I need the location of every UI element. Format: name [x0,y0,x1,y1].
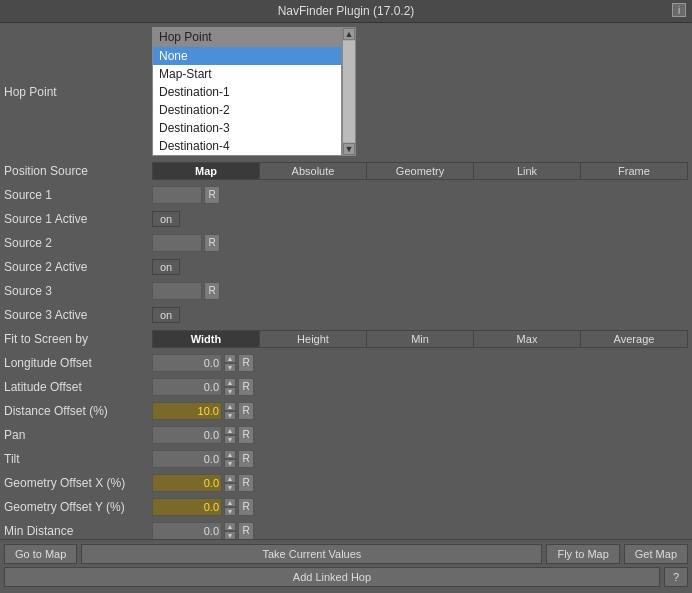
source2-label: Source 2 [4,236,152,250]
pan-r-btn[interactable]: R [238,426,254,444]
longitude-offset-label: Longitude Offset [4,356,152,370]
hop-point-dropdown[interactable]: Hop Point None Map-Start Destination-1 D… [152,27,356,156]
tab-average[interactable]: Average [580,330,688,348]
tab-min[interactable]: Min [366,330,473,348]
list-item[interactable]: Map-Start [153,65,341,83]
geometry-y-container: ▲ ▼ R [152,498,254,516]
latitude-r-btn[interactable]: R [238,378,254,396]
min-distance-r-btn[interactable]: R [238,522,254,540]
fit-to-screen-tabs[interactable]: Width Height Min Max Average [152,330,688,348]
distance-r-btn[interactable]: R [238,402,254,420]
source2-input-row: R [152,234,220,252]
bottom-bar: Go to Map Take Current Values Fly to Map… [0,539,692,593]
geometry-x-r-btn[interactable]: R [238,474,254,492]
list-item[interactable]: Destination-1 [153,83,341,101]
longitude-r-btn[interactable]: R [238,354,254,372]
add-linked-hop-button[interactable]: Add Linked Hop [4,567,660,587]
source2-active-label: Source 2 Active [4,260,152,274]
source3-label: Source 3 [4,284,152,298]
pan-spin-down[interactable]: ▼ [224,435,236,444]
min-distance-label: Min Distance [4,524,152,538]
geometry-y-r-btn[interactable]: R [238,498,254,516]
latitude-offset-input[interactable] [152,378,222,396]
take-current-button[interactable]: Take Current Values [81,544,542,564]
list-item[interactable]: None [153,47,341,65]
source3-field[interactable] [152,282,202,300]
tilt-spin-up[interactable]: ▲ [224,450,236,459]
dropdown-items[interactable]: None Map-Start Destination-1 Destination… [153,46,341,155]
tilt-container: ▲ ▼ R [152,450,254,468]
tab-map[interactable]: Map [152,162,259,180]
scroll-thumb[interactable] [343,41,355,142]
tab-geometry[interactable]: Geometry [366,162,473,180]
geometry-x-container: ▲ ▼ R [152,474,254,492]
min-distance-input[interactable] [152,522,222,540]
geometry-x-spin-up[interactable]: ▲ [224,474,236,483]
fit-to-screen-label: Fit to Screen by [4,332,152,346]
tab-absolute[interactable]: Absolute [259,162,366,180]
longitude-spinner[interactable]: ▲ ▼ [224,354,236,372]
tab-height[interactable]: Height [259,330,366,348]
geometry-y-spinner[interactable]: ▲ ▼ [224,498,236,516]
position-source-tabs[interactable]: Map Absolute Geometry Link Frame [152,162,688,180]
source3-r-btn[interactable]: R [204,282,220,300]
latitude-spinner[interactable]: ▲ ▼ [224,378,236,396]
pan-input[interactable] [152,426,222,444]
source3-input-row: R [152,282,220,300]
longitude-offset-input[interactable] [152,354,222,372]
tab-frame[interactable]: Frame [580,162,688,180]
source1-r-btn[interactable]: R [204,186,220,204]
get-map-button[interactable]: Get Map [624,544,688,564]
pan-spinner[interactable]: ▲ ▼ [224,426,236,444]
tilt-label: Tilt [4,452,152,466]
source1-field[interactable] [152,186,202,204]
source1-active-toggle[interactable]: on [152,211,180,227]
go-to-map-button[interactable]: Go to Map [4,544,77,564]
geometry-x-spin-down[interactable]: ▼ [224,483,236,492]
tilt-spinner[interactable]: ▲ ▼ [224,450,236,468]
bottom-row2: Add Linked Hop ? [4,567,688,587]
geometry-x-label: Geometry Offset X (%) [4,476,152,490]
help-button[interactable]: ? [664,567,688,587]
distance-offset-label: Distance Offset (%) [4,404,152,418]
list-item[interactable]: Destination-3 [153,119,341,137]
info-icon[interactable]: i [672,3,686,17]
geometry-y-spin-up[interactable]: ▲ [224,498,236,507]
distance-spin-up[interactable]: ▲ [224,402,236,411]
distance-spin-down[interactable]: ▼ [224,411,236,420]
latitude-spin-down[interactable]: ▼ [224,387,236,396]
list-item[interactable]: Destination-4 [153,137,341,155]
distance-spinner[interactable]: ▲ ▼ [224,402,236,420]
scroll-down-btn[interactable]: ▼ [343,143,355,155]
longitude-spin-down[interactable]: ▼ [224,363,236,372]
fly-to-map-button[interactable]: Fly to Map [546,544,619,564]
dropdown-header: Hop Point [153,28,341,46]
tilt-input[interactable] [152,450,222,468]
pan-spin-up[interactable]: ▲ [224,426,236,435]
tilt-r-btn[interactable]: R [238,450,254,468]
distance-offset-container: ▲ ▼ R [152,402,254,420]
geometry-y-input[interactable] [152,498,222,516]
source3-active-toggle[interactable]: on [152,307,180,323]
scrollbar[interactable]: ▲ ▼ [342,27,356,156]
min-distance-spinner[interactable]: ▲ ▼ [224,522,236,540]
scroll-up-btn[interactable]: ▲ [343,28,355,40]
bottom-row1: Go to Map Take Current Values Fly to Map… [4,544,688,564]
longitude-spin-up[interactable]: ▲ [224,354,236,363]
distance-offset-input[interactable] [152,402,222,420]
geometry-y-spin-down[interactable]: ▼ [224,507,236,516]
list-item[interactable]: Destination-2 [153,101,341,119]
geometry-x-input[interactable] [152,474,222,492]
tab-max[interactable]: Max [473,330,580,348]
geometry-x-spinner[interactable]: ▲ ▼ [224,474,236,492]
tilt-spin-down[interactable]: ▼ [224,459,236,468]
source2-active-toggle[interactable]: on [152,259,180,275]
tab-link[interactable]: Link [473,162,580,180]
source2-field[interactable] [152,234,202,252]
geometry-y-label: Geometry Offset Y (%) [4,500,152,514]
source2-r-btn[interactable]: R [204,234,220,252]
source1-active-label: Source 1 Active [4,212,152,226]
tab-width[interactable]: Width [152,330,259,348]
min-distance-spin-up[interactable]: ▲ [224,522,236,531]
latitude-spin-up[interactable]: ▲ [224,378,236,387]
